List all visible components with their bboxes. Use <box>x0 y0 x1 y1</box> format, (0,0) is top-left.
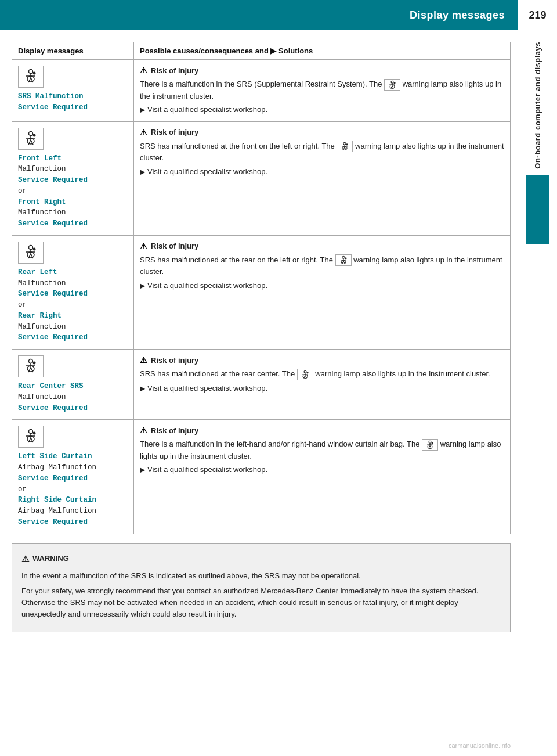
message-label-normal: Airbag Malfunction <box>18 507 96 515</box>
svg-point-69 <box>431 442 433 444</box>
bullet-arrow-icon: ▶ <box>140 280 145 291</box>
inline-srs-icon <box>422 439 438 451</box>
svg-point-48 <box>33 362 36 365</box>
message-label: Front LeftMalfunctionService RequiredorF… <box>18 153 128 229</box>
message-label-normal: Airbag Malfunction <box>18 463 96 471</box>
solution-line: ▶Visit a qualified specialist workshop. <box>140 280 504 291</box>
svg-point-21 <box>343 142 346 145</box>
srs-icon-box <box>18 66 44 88</box>
solution-line: ▶Visit a qualified specialist workshop. <box>140 383 504 394</box>
solution-text: Visit a qualified specialist workshop. <box>147 280 267 291</box>
svg-point-63 <box>429 441 431 443</box>
cause-description: SRS has malfunctioned at the rear center… <box>140 368 504 380</box>
message-label: Rear LeftMalfunctionService RequiredorRe… <box>18 267 128 343</box>
cause-description: SRS has malfunctioned at the front on th… <box>140 141 504 164</box>
risk-title: ⚠Risk of injury <box>140 426 504 435</box>
solution-text: Visit a qualified specialist workshop. <box>147 383 267 394</box>
srs-icon-box <box>18 242 44 264</box>
message-label-highlighted: Service Required <box>18 290 88 298</box>
side-tab: On-board computer and displays <box>518 30 557 244</box>
message-label-highlighted: Front Left <box>18 154 62 163</box>
cause-solution-cell: ⚠Risk of injuryThere is a malfunction in… <box>134 60 511 122</box>
warning-box: ⚠ WARNING In the event a malfunction of … <box>12 543 511 633</box>
svg-point-56 <box>29 430 33 434</box>
risk-title: ⚠Risk of injury <box>140 66 504 75</box>
srs-icon-box <box>18 426 44 448</box>
srs-icon-box <box>18 355 44 377</box>
svg-point-41 <box>345 258 346 260</box>
display-message-cell: SRS MalfunctionService Required <box>12 60 134 122</box>
risk-triangle-icon: ⚠ <box>140 426 147 435</box>
col2-header: Possible causes/consequences and ▶ Solut… <box>134 42 511 60</box>
message-label-highlighted: Right Side Curtain <box>18 496 96 504</box>
warning-para2: For your safety, we strongly recommend t… <box>21 585 501 620</box>
message-label-highlighted: Rear Right <box>18 312 62 320</box>
solution-text: Visit a qualified specialist workshop. <box>147 166 267 178</box>
svg-point-7 <box>391 81 393 83</box>
svg-point-62 <box>33 432 36 435</box>
message-label-normal: Malfunction <box>18 393 66 401</box>
message-label-normal: Malfunction <box>18 165 66 173</box>
risk-triangle-icon: ⚠ <box>140 66 147 75</box>
solution-line: ▶Visit a qualified specialist workshop. <box>140 464 504 476</box>
message-label: Rear Center SRSMalfunctionService Requir… <box>18 381 128 413</box>
cause-solution-cell: ⚠Risk of injurySRS has malfunctioned at … <box>134 121 511 235</box>
svg-point-20 <box>33 134 36 136</box>
table-row: SRS MalfunctionService Required⚠Risk of … <box>12 60 511 122</box>
svg-point-6 <box>33 72 36 75</box>
svg-point-34 <box>33 247 36 250</box>
bullet-arrow-icon: ▶ <box>140 167 145 177</box>
message-label-highlighted: Front Right <box>18 198 66 206</box>
display-message-cell: Rear LeftMalfunctionService RequiredorRe… <box>12 235 134 349</box>
message-label-highlighted: Service Required <box>18 219 88 228</box>
message-label-highlighted: Rear Center SRS <box>18 382 84 390</box>
inline-srs-icon <box>297 369 313 380</box>
svg-point-14 <box>29 131 33 135</box>
cause-solution-cell: ⚠Risk of injuryThere is a malfunction in… <box>134 420 511 534</box>
svg-point-0 <box>29 70 33 74</box>
solution-line: ▶Visit a qualified specialist workshop. <box>140 104 504 116</box>
bullet-arrow-icon: ▶ <box>140 383 145 394</box>
solution-text: Visit a qualified specialist workshop. <box>147 104 267 116</box>
table-row: Front LeftMalfunctionService RequiredorF… <box>12 121 511 235</box>
cause-solution-cell: ⚠Risk of injurySRS has malfunctioned at … <box>134 350 511 420</box>
bullet-arrow-icon: ▶ <box>140 465 145 475</box>
message-label-highlighted: SRS Malfunction <box>18 92 84 100</box>
message-label-normal: or <box>18 301 27 309</box>
bullet-arrow-icon: ▶ <box>140 105 145 115</box>
side-tab-label: On-board computer and displays <box>533 42 542 169</box>
risk-triangle-icon: ⚠ <box>140 242 147 251</box>
message-label-highlighted: Service Required <box>18 103 88 111</box>
cause-description: There is a malfunction in the left-hand … <box>140 438 504 462</box>
top-header: Display messages <box>0 0 557 30</box>
col1-header: Display messages <box>12 42 134 60</box>
main-content: Display messages Possible causes/consequ… <box>12 42 511 632</box>
svg-point-35 <box>342 257 345 259</box>
risk-label: Risk of injury <box>151 426 198 435</box>
watermark: carmanualsonline.info <box>449 742 511 749</box>
solution-text: Visit a qualified specialist workshop. <box>147 464 267 476</box>
message-label-normal: or <box>18 187 27 195</box>
svg-point-27 <box>346 143 348 145</box>
svg-point-55 <box>306 372 308 373</box>
message-label-highlighted: Service Required <box>18 474 88 483</box>
message-label-highlighted: Service Required <box>18 176 88 184</box>
risk-label: Risk of injury <box>151 356 198 365</box>
message-label-highlighted: Rear Left <box>18 268 57 276</box>
cause-description: There is a malfunction in the SRS (Suppl… <box>140 78 504 102</box>
message-label-highlighted: Service Required <box>18 404 88 412</box>
risk-triangle-icon: ⚠ <box>140 355 147 365</box>
warning-triangle-icon: ⚠ <box>21 552 29 566</box>
display-message-cell: Rear Center SRSMalfunctionService Requir… <box>12 350 134 420</box>
risk-label: Risk of injury <box>151 66 198 75</box>
risk-title: ⚠Risk of injury <box>140 242 504 251</box>
table-row: Rear LeftMalfunctionService RequiredorRe… <box>12 235 511 349</box>
message-label-highlighted: Service Required <box>18 333 88 341</box>
risk-label: Risk of injury <box>151 242 198 250</box>
message-label-highlighted: Service Required <box>18 518 88 526</box>
srs-icon-box <box>18 128 44 150</box>
message-label-normal: Malfunction <box>18 323 66 331</box>
display-message-cell: Front LeftMalfunctionService RequiredorF… <box>12 121 134 235</box>
svg-point-13 <box>393 82 395 84</box>
risk-triangle-icon: ⚠ <box>140 128 147 137</box>
